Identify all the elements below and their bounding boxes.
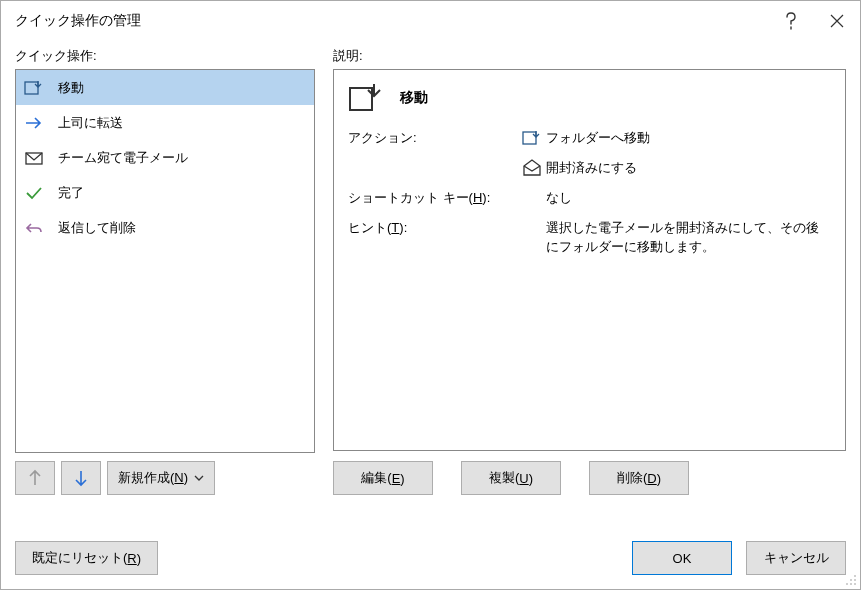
list-item-team-email[interactable]: チーム宛て電子メール: [16, 140, 314, 175]
move-to-folder-large-icon: [348, 82, 384, 114]
svg-point-7: [846, 583, 848, 585]
duplicate-button[interactable]: 複製(U): [461, 461, 561, 495]
svg-point-8: [850, 583, 852, 585]
reply-undo-icon: [24, 220, 44, 236]
move-up-button[interactable]: [15, 461, 55, 495]
hint-label: ヒント(T):: [348, 218, 518, 238]
ok-button[interactable]: OK: [632, 541, 732, 575]
svg-rect-0: [25, 82, 38, 94]
action-label: アクション:: [348, 128, 518, 148]
svg-rect-3: [523, 132, 536, 144]
footer: 既定にリセット(R) OK キャンセル: [15, 541, 846, 575]
move-to-folder-small-icon: [518, 128, 546, 148]
list-controls: 新規作成(N): [15, 461, 315, 495]
svg-point-4: [854, 575, 856, 577]
move-to-folder-icon: [24, 79, 44, 97]
envelope-icon: [24, 150, 44, 166]
action-2-value: 開封済みにする: [546, 158, 831, 178]
arrow-down-icon: [74, 469, 88, 487]
chevron-down-icon: [194, 475, 204, 481]
list-item-forward[interactable]: 上司に転送: [16, 105, 314, 140]
list-item-label: チーム宛て電子メール: [58, 149, 188, 167]
footer-right: OK キャンセル: [632, 541, 846, 575]
new-quickstep-label: 新規作成(N): [118, 469, 188, 487]
list-item-done[interactable]: 完了: [16, 175, 314, 210]
list-item-move[interactable]: 移動: [16, 70, 314, 105]
quicksteps-label: クイック操作:: [15, 47, 315, 65]
check-icon: [24, 185, 44, 201]
list-item-label: 返信して削除: [58, 219, 136, 237]
resize-grip-icon[interactable]: [843, 572, 857, 586]
description-label: 説明:: [333, 47, 846, 65]
action-1-value: フォルダーへ移動: [546, 128, 831, 148]
detail-box: 移動 アクション: フォルダーへ移動 開封済みにする ショートカ: [333, 69, 846, 451]
svg-point-5: [850, 579, 852, 581]
dialog-title: クイック操作の管理: [15, 12, 768, 30]
edit-button[interactable]: 編集(E): [333, 461, 433, 495]
detail-buttons: 編集(E) 複製(U) 削除(D): [333, 461, 846, 495]
close-button[interactable]: [814, 1, 860, 41]
shortcut-value: なし: [546, 188, 831, 208]
arrow-up-icon: [28, 469, 42, 487]
list-item-label: 上司に転送: [58, 114, 123, 132]
quicksteps-list[interactable]: 移動 上司に転送 チーム宛て電子メール: [15, 69, 315, 453]
svg-point-9: [854, 583, 856, 585]
close-icon: [830, 14, 844, 28]
open-envelope-icon: [518, 158, 546, 178]
hint-value: 選択した電子メールを開封済みにして、その後にフォルダーに移動します。: [546, 218, 831, 257]
reset-defaults-button[interactable]: 既定にリセット(R): [15, 541, 158, 575]
detail-grid: アクション: フォルダーへ移動 開封済みにする ショートカット キー(H): な…: [348, 128, 831, 257]
move-down-button[interactable]: [61, 461, 101, 495]
help-button[interactable]: [768, 1, 814, 41]
list-item-reply-delete[interactable]: 返信して削除: [16, 210, 314, 245]
help-icon: [785, 12, 797, 30]
left-panel: クイック操作: 移動 上司に転送: [15, 47, 315, 495]
svg-point-6: [854, 579, 856, 581]
titlebar: クイック操作の管理: [1, 1, 860, 41]
shortcut-label: ショートカット キー(H):: [348, 188, 518, 208]
cancel-button[interactable]: キャンセル: [746, 541, 846, 575]
titlebar-buttons: [768, 1, 860, 41]
dialog-window: クイック操作の管理 クイック操作: 移動: [0, 0, 861, 590]
dialog-content: クイック操作: 移動 上司に転送: [1, 41, 860, 589]
detail-title: 移動: [400, 89, 428, 107]
new-quickstep-button[interactable]: 新規作成(N): [107, 461, 215, 495]
right-panel: 説明: 移動 アクション: フォルダーへ移動: [333, 47, 846, 495]
detail-header: 移動: [348, 82, 831, 114]
delete-button[interactable]: 削除(D): [589, 461, 689, 495]
list-item-label: 完了: [58, 184, 84, 202]
forward-arrow-icon: [24, 115, 44, 131]
columns: クイック操作: 移動 上司に転送: [15, 47, 846, 495]
list-item-label: 移動: [58, 79, 84, 97]
